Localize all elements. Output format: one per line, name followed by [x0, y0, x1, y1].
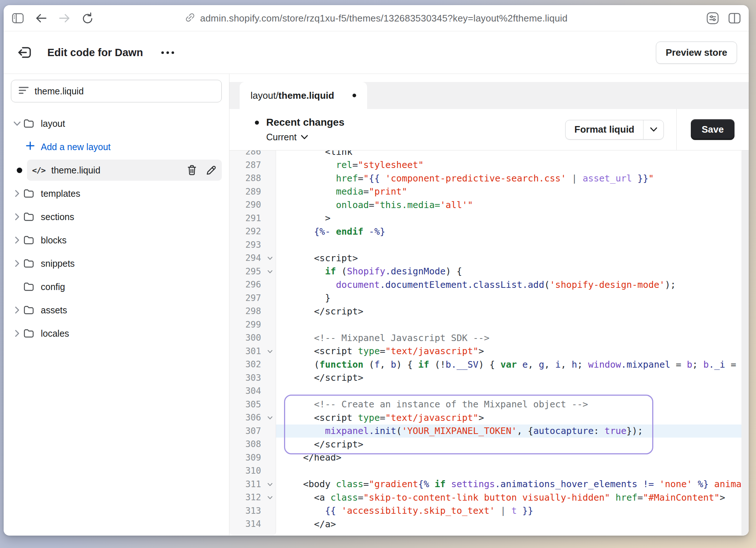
code-line-302[interactable]: (function (f, b) { if (!b.__SV) { var e,…	[276, 358, 741, 371]
line-number: 303	[229, 371, 276, 385]
folder-label: config	[41, 282, 65, 292]
code-line-293[interactable]	[276, 238, 741, 252]
code-line-312[interactable]: <a class="skip-to-content-link button vi…	[276, 491, 741, 504]
save-button[interactable]: Save	[691, 119, 735, 140]
code-line-292[interactable]: {%- endif -%}	[276, 225, 741, 238]
chevron-right-icon[interactable]	[11, 306, 23, 314]
code-line-301[interactable]: <script type="text/javascript">	[276, 345, 741, 358]
sidebar-folder-snippets[interactable]: snippets	[11, 252, 222, 275]
code-line-286[interactable]: <link	[276, 150, 741, 158]
folder-icon	[23, 282, 34, 291]
code-line-291[interactable]: >	[276, 212, 741, 225]
reload-icon[interactable]	[82, 12, 94, 24]
fold-chevron-icon[interactable]	[267, 496, 273, 500]
editor-header: Recent changes Current Format liquid	[229, 109, 749, 150]
fold-chevron-icon[interactable]	[267, 270, 273, 274]
code-line-311[interactable]: <body class="gradient{% if settings.anim…	[276, 478, 741, 491]
code-line-313[interactable]: {{ 'accessibility.skip_to_text' | t }}	[276, 504, 741, 518]
code-line-314[interactable]: </a>	[276, 517, 741, 531]
tab-theme-liquid[interactable]: layout/theme.liquid	[240, 82, 367, 109]
search-input[interactable]	[35, 86, 214, 97]
line-number: 305	[229, 398, 276, 411]
sidebar-folder-config[interactable]: config	[11, 275, 222, 298]
code-line-309[interactable]: </head>	[276, 451, 741, 465]
delete-file-icon[interactable]	[187, 165, 197, 176]
exit-editor-icon[interactable]	[17, 44, 34, 61]
code-editor-panel: layout/theme.liquid Recent changes Curre…	[229, 74, 749, 535]
split-view-icon[interactable]	[728, 12, 741, 24]
chevron-right-icon[interactable]	[11, 259, 23, 267]
file-sidebar: layoutAdd a new layout</>theme.liquidtem…	[4, 74, 229, 535]
address-bar[interactable]: admin.shopify.com/store/rzq1xu-f5/themes…	[185, 12, 568, 24]
file-label: theme.liquid	[51, 165, 187, 176]
format-options-caret[interactable]	[643, 120, 664, 139]
code-line-295[interactable]: if (Shopify.designMode) {	[276, 265, 741, 278]
code-line-296[interactable]: document.documentElement.classList.add('…	[276, 278, 741, 291]
line-number: 294	[229, 251, 276, 265]
changes-dot	[255, 121, 259, 125]
forward-button-icon[interactable]	[58, 12, 71, 24]
link-icon	[185, 12, 195, 24]
format-liquid-button[interactable]: Format liquid	[565, 120, 664, 140]
preview-store-button[interactable]: Preview store	[656, 42, 737, 64]
code-line-298[interactable]: </script>	[276, 305, 741, 318]
line-number: 287	[229, 158, 276, 172]
sidebar-folder-assets[interactable]: assets	[11, 298, 222, 322]
chevron-right-icon[interactable]	[11, 329, 23, 337]
code-line-287[interactable]: rel="stylesheet"	[276, 158, 741, 172]
code-line-306[interactable]: <script type="text/javascript">	[276, 411, 741, 424]
code-line-297[interactable]: }	[276, 291, 741, 305]
app-header: Edit code for Dawn Preview store	[4, 31, 749, 74]
back-button-icon[interactable]	[35, 12, 47, 24]
code-line-308[interactable]: </script>	[276, 438, 741, 451]
code-pane[interactable]: <link rel="stylesheet" href="{{ 'compone…	[276, 150, 741, 535]
code-line-305[interactable]: <!-- Create an instance of the Mixpanel …	[276, 398, 741, 411]
chevron-right-icon[interactable]	[11, 236, 23, 244]
code-line-289[interactable]: media="print"	[276, 185, 741, 199]
code-line-300[interactable]: <!-- Mixpanel Javascript SDK -->	[276, 331, 741, 345]
sidebar-folder-templates[interactable]: templates	[11, 182, 222, 205]
vertical-scrollbar[interactable]	[741, 150, 749, 535]
sidebar-folder-blocks[interactable]: blocks	[11, 228, 222, 252]
code-line-304[interactable]	[276, 384, 741, 398]
line-number: 301	[229, 345, 276, 358]
sidebar-folder-layout[interactable]: layout	[11, 112, 222, 135]
line-number: 293	[229, 238, 276, 252]
sidebar-file-theme.liquid[interactable]: </>theme.liquid	[11, 158, 222, 182]
folder-label: assets	[41, 305, 67, 316]
line-number: 296	[229, 278, 276, 291]
fold-chevron-icon[interactable]	[267, 483, 273, 486]
folder-icon	[23, 305, 34, 315]
code-line-310[interactable]	[276, 464, 741, 478]
recent-changes-heading: Recent changes	[255, 117, 344, 128]
code-line-303[interactable]: </script>	[276, 371, 741, 385]
sidebar-folder-sections[interactable]: sections	[11, 205, 222, 228]
line-number: 297	[229, 291, 276, 305]
chevron-down-icon[interactable]	[11, 121, 23, 126]
code-line-294[interactable]: <script>	[276, 251, 741, 265]
file-search-box[interactable]	[11, 80, 222, 102]
browser-settings-icon[interactable]	[706, 12, 719, 24]
code-line-288[interactable]: href="{{ 'component-predictive-search.cs…	[276, 172, 741, 185]
fold-chevron-icon[interactable]	[267, 350, 273, 353]
chevron-right-icon[interactable]	[11, 213, 23, 221]
chevron-right-icon[interactable]	[11, 189, 23, 197]
add-new-layout-link[interactable]: Add a new layout	[11, 135, 222, 158]
sidebar-folder-locales[interactable]: locales	[11, 322, 222, 345]
line-number: 302	[229, 358, 276, 371]
more-actions-button[interactable]	[158, 48, 177, 57]
line-number: 292	[229, 225, 276, 238]
code-line-307[interactable]: mixpanel.init('YOUR_MIXPANEL_TOKEN', {au…	[276, 424, 741, 438]
plus-icon	[25, 141, 35, 153]
code-line-299[interactable]	[276, 318, 741, 332]
version-dropdown[interactable]: Current	[266, 132, 344, 142]
rename-file-icon[interactable]	[206, 165, 217, 176]
code-line-290[interactable]: onload="this.media='all'"	[276, 198, 741, 212]
fold-chevron-icon[interactable]	[267, 257, 273, 260]
line-number: 307	[229, 424, 276, 438]
line-number: 308	[229, 438, 276, 451]
sidebar-toggle-icon[interactable]	[12, 12, 24, 24]
code-file-icon: </>	[32, 166, 46, 175]
code-area[interactable]: 2862872882892902912922932942952962972982…	[229, 150, 749, 535]
fold-chevron-icon[interactable]	[267, 416, 273, 420]
